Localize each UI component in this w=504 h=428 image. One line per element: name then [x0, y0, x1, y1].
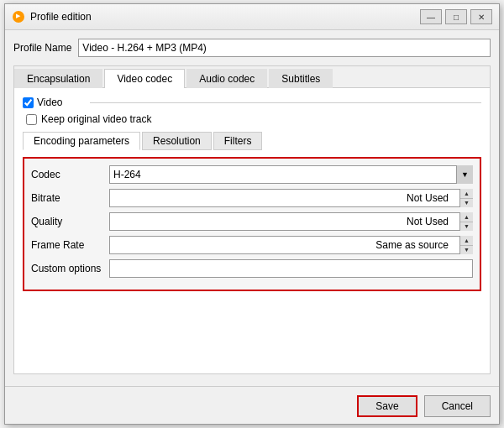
custom-options-input[interactable]	[109, 259, 473, 278]
keep-original-row: Keep original video track	[26, 113, 481, 125]
codec-select[interactable]: H-264H-265MPEG-4MPEG-2VP8VP9	[109, 165, 473, 184]
custom-options-label: Custom options	[31, 263, 102, 274]
profile-name-row: Profile Name	[13, 39, 491, 57]
frame-rate-input[interactable]	[109, 236, 473, 254]
content-area: Profile Name Encapsulation Video codec A…	[5, 30, 499, 383]
video-codec-panel: Video Keep original video track Encoding…	[14, 88, 490, 373]
sub-tab-filters[interactable]: Filters	[213, 132, 263, 150]
frame-rate-down-button[interactable]: ▼	[460, 246, 473, 255]
quality-input[interactable]	[109, 212, 473, 231]
bitrate-row: Bitrate ▲ ▼	[31, 189, 473, 207]
bitrate-label: Bitrate	[31, 192, 102, 204]
quality-spinbox: ▲ ▼	[109, 212, 473, 231]
custom-options-row: Custom options	[31, 259, 473, 278]
sub-tab-encoding-params[interactable]: Encoding parameters	[23, 132, 140, 150]
frame-rate-label: Frame Rate	[31, 239, 102, 251]
restore-button[interactable]: □	[445, 9, 467, 24]
quality-spin-buttons: ▲ ▼	[459, 212, 473, 231]
profile-name-label: Profile Name	[13, 42, 71, 54]
quality-down-button[interactable]: ▼	[460, 222, 473, 232]
profile-name-input[interactable]	[78, 39, 491, 57]
quality-up-button[interactable]: ▲	[460, 212, 473, 222]
minimize-button[interactable]: —	[420, 9, 442, 24]
close-button[interactable]: ✕	[470, 9, 492, 24]
main-window: Profile edition — □ ✕ Profile Name Encap…	[4, 3, 500, 425]
video-checkbox-row: Video	[23, 97, 481, 108]
title-bar: Profile edition — □ ✕	[5, 4, 499, 30]
tab-audio-codec[interactable]: Audio codec	[186, 69, 267, 88]
main-tab-container: Encapsulation Video codec Audio codec Su…	[13, 65, 491, 374]
keep-original-label[interactable]: Keep original video track	[26, 113, 151, 125]
keep-original-checkbox[interactable]	[26, 114, 37, 125]
quality-row: Quality ▲ ▼	[31, 212, 473, 231]
quality-label: Quality	[31, 216, 102, 227]
bottom-bar: Save Cancel	[5, 386, 499, 424]
tab-video-codec[interactable]: Video codec	[104, 69, 185, 88]
window-controls: — □ ✕	[420, 9, 492, 24]
bitrate-up-button[interactable]: ▲	[460, 189, 473, 199]
bitrate-down-button[interactable]: ▼	[460, 199, 473, 208]
save-button[interactable]: Save	[357, 395, 417, 417]
sub-tab-resolution[interactable]: Resolution	[142, 132, 212, 150]
frame-rate-row: Frame Rate ▲ ▼	[31, 236, 473, 254]
window-title: Profile edition	[30, 11, 415, 23]
main-tabs-row: Encapsulation Video codec Audio codec Su…	[14, 66, 490, 88]
codec-label: Codec	[31, 169, 102, 180]
encoding-tabs-row: Encoding parameters Resolution Filters	[23, 132, 481, 150]
frame-rate-spin-buttons: ▲ ▼	[459, 236, 473, 254]
bitrate-spinbox: ▲ ▼	[109, 189, 473, 207]
frame-rate-up-button[interactable]: ▲	[460, 236, 473, 246]
codec-select-wrapper: H-264H-265MPEG-4MPEG-2VP8VP9 ▼	[109, 165, 473, 184]
video-checkbox-label[interactable]: Video	[23, 97, 67, 108]
app-icon	[12, 10, 25, 23]
codec-row: Codec H-264H-265MPEG-4MPEG-2VP8VP9 ▼	[31, 165, 473, 184]
bitrate-input[interactable]	[109, 189, 473, 207]
tab-encapsulation[interactable]: Encapsulation	[14, 69, 102, 88]
frame-rate-spinbox: ▲ ▼	[109, 236, 473, 254]
video-checkbox[interactable]	[23, 97, 34, 108]
bitrate-spin-buttons: ▲ ▼	[459, 189, 473, 207]
tab-subtitles[interactable]: Subtitles	[269, 69, 333, 88]
cancel-button[interactable]: Cancel	[424, 395, 491, 417]
encoding-params-panel: Codec H-264H-265MPEG-4MPEG-2VP8VP9 ▼ Bit…	[23, 157, 481, 291]
